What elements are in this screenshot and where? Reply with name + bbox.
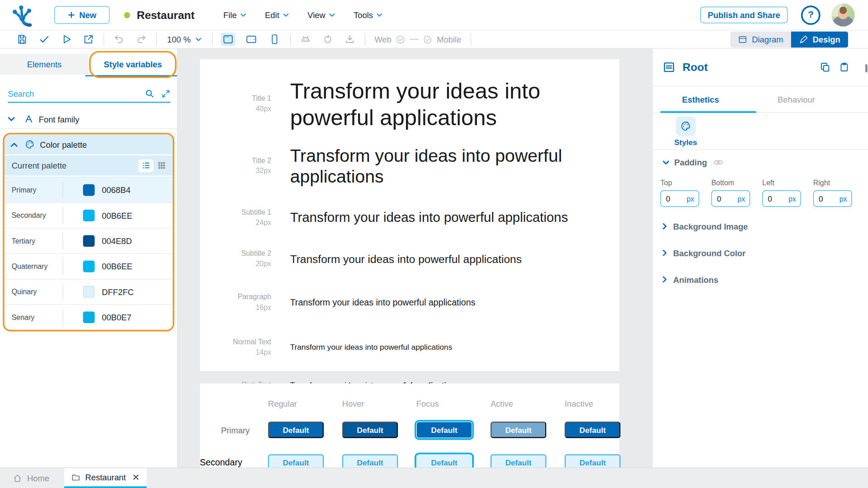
specimen-subtitle-1[interactable]: Subtitle 124px Transform your ideas into… [200,207,619,228]
specimen-title-2[interactable]: Title 232px Transform your ideas into po… [200,145,619,188]
padding-section-header[interactable]: Padding [663,158,868,167]
search-placeholder: Search [8,89,144,99]
tab-esthetics[interactable]: Esthetics [653,86,749,113]
secondary-focus-button[interactable]: Default [416,454,472,469]
download-build-button[interactable] [339,34,361,45]
current-palette-label: Current palette [12,161,138,170]
color-swatch[interactable] [83,184,95,196]
primary-focus-button[interactable]: Default [416,422,472,438]
state-column-focus: Focus [416,399,491,408]
panel-scrollbar[interactable] [865,64,868,72]
font-family-section-header[interactable]: Font family [0,109,177,129]
ios-build-button[interactable] [316,34,339,45]
specimen-normal-text[interactable]: Normal Text14px Transform your ideas int… [200,337,619,358]
specimen-title-1[interactable]: Title 140px Transform your ideas into po… [200,77,619,131]
zoom-level-value: 100 % [167,35,191,44]
link-icon[interactable] [713,159,723,166]
menu-file[interactable]: File [223,10,246,20]
specimen-subtitle-2[interactable]: Subtitle 220px Transform your ideas into… [200,249,619,269]
redo-button[interactable] [130,34,152,45]
menu-bar: File Edit View Tools [223,10,382,20]
search-field[interactable]: Search [8,87,170,103]
design-view-button[interactable]: Design [791,31,848,47]
save-button[interactable] [11,34,33,45]
open-external-icon [83,34,94,45]
padding-top-input[interactable]: 0px [660,190,699,207]
user-avatar[interactable] [831,3,854,26]
copy-icon[interactable] [820,62,830,72]
top-header: New Restaurant File Edit View Tools [0,0,868,30]
palette-row-senary[interactable]: Senary 00B0E7 [5,304,173,329]
design-button-label: Design [813,35,840,44]
android-build-button[interactable] [294,34,316,45]
device-tablet-button[interactable] [244,33,258,46]
button-states-card[interactable]: Regular Hover Focus Active Inactive Prim… [200,384,619,469]
web-mobile-toggle[interactable]: Web Mobile [374,35,461,44]
color-swatch[interactable] [83,261,95,272]
zoom-level-dropdown[interactable]: 100 % [167,35,201,44]
row-divider [62,232,63,249]
list-view-button[interactable] [138,159,153,172]
undo-button[interactable] [108,34,130,45]
color-swatch[interactable] [83,286,95,298]
primary-hover-button[interactable]: Default [342,422,398,438]
color-swatch[interactable] [83,210,95,221]
menu-tools[interactable]: Tools [354,10,382,20]
color-hex: DFF2FC [102,287,133,297]
help-button[interactable]: ? [801,5,821,25]
color-palette-header[interactable]: Color palette [5,135,173,156]
secondary-regular-button[interactable]: Default [268,454,324,469]
background-image-section[interactable]: Background Image [663,221,868,231]
grid-view-button[interactable] [157,161,166,170]
preview-button[interactable] [55,34,77,45]
palette-row-tertiary[interactable]: Tertiary 004E8D [5,228,173,253]
publish-and-share-button[interactable]: Publish and Share [700,7,788,23]
primary-inactive-button[interactable]: Default [565,422,621,438]
play-icon [61,34,72,45]
device-phone-button[interactable] [267,33,282,46]
palette-row-quaternary[interactable]: Quaternary 00B6EE [5,253,173,279]
primary-regular-button[interactable]: Default [268,422,324,438]
menu-view[interactable]: View [307,10,335,20]
redo-icon [136,34,146,45]
chevron-down-icon [283,13,288,17]
color-name: Tertiary [5,237,63,245]
paste-clipboard-icon[interactable] [839,62,849,72]
expand-icon[interactable] [161,89,170,99]
primary-active-button[interactable]: Default [491,422,547,438]
tab-behaviour[interactable]: Behaviour [749,86,844,113]
close-icon[interactable] [132,474,140,481]
styles-item[interactable]: Styles [674,116,697,146]
validate-button[interactable] [33,34,55,45]
padding-bottom-input[interactable]: 0px [711,190,750,207]
design-canvas[interactable]: Title 140px Transform your ideas into po… [178,49,652,469]
device-desktop-button[interactable] [221,33,235,46]
animations-section[interactable]: Animations [663,274,868,284]
color-swatch[interactable] [83,235,95,247]
tab-home[interactable]: Home [5,468,57,488]
palette-row-quinary[interactable]: Quinary DFF2FC [5,279,173,304]
palette-row-secondary[interactable]: Secondary 00B6EE [5,202,173,228]
toolbar-divider [104,33,104,45]
tab-style-variables[interactable]: Style variables [89,54,177,75]
styles-palette-icon [676,116,696,136]
new-button[interactable]: New [54,6,109,23]
palette-row-primary[interactable]: Primary 0068B4 [5,177,173,202]
menu-edit[interactable]: Edit [265,10,288,20]
typography-card[interactable]: Title 140px Transform your ideas into po… [200,59,619,371]
row-divider [62,258,63,275]
secondary-inactive-button[interactable]: Default [565,454,621,469]
specimen-paragraph[interactable]: Paragraph16px Transform your ideas into … [200,292,619,313]
tab-elements[interactable]: Elements [0,54,89,75]
search-icon[interactable] [145,89,155,99]
tab-restaurant[interactable]: Restaurant [64,468,147,488]
padding-left-input[interactable]: 0px [762,190,801,207]
background-color-section[interactable]: Background Color [663,248,868,258]
color-swatch[interactable] [83,311,95,323]
padding-right-input[interactable]: 0px [813,190,852,207]
row-divider [62,309,63,326]
export-button[interactable] [77,34,99,45]
secondary-active-button[interactable]: Default [491,454,547,469]
diagram-view-button[interactable]: Diagram [730,31,791,47]
secondary-hover-button[interactable]: Default [342,454,398,469]
